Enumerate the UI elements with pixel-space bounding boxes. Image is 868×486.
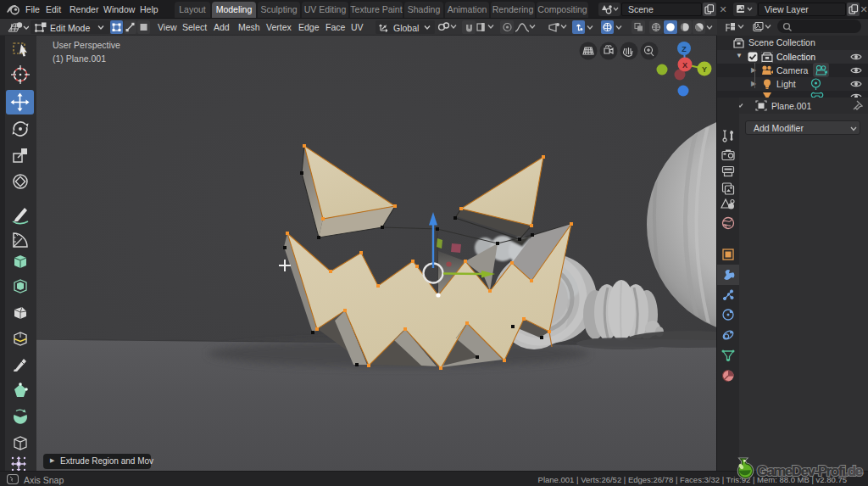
svg-text:Z: Z: [682, 45, 687, 53]
svg-text:GameDev-Profi.de: GameDev-Profi.de: [757, 463, 863, 478]
svg-text:Y: Y: [702, 65, 707, 74]
svg-text:(1) Plane.001: (1) Plane.001: [53, 53, 106, 64]
svg-text:X: X: [682, 61, 687, 70]
svg-text:User Perspective: User Perspective: [53, 40, 120, 50]
